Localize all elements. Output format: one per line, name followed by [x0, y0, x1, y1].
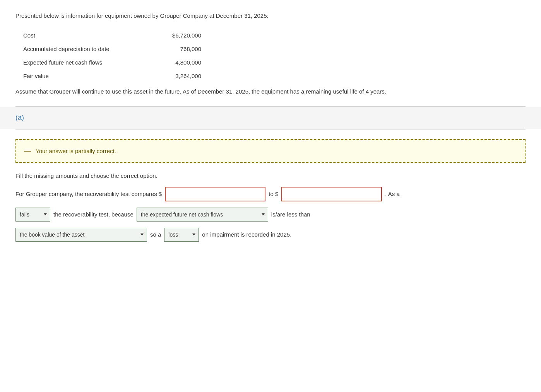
- so-a-label: so a: [150, 231, 161, 238]
- cost-label: Cost: [23, 32, 155, 39]
- section-divider-2: [15, 129, 526, 130]
- input-field-2[interactable]: [281, 187, 382, 201]
- comparison-item-dropdown[interactable]: the expected future net cash flows the f…: [137, 208, 268, 222]
- question-suffix: . As a: [385, 191, 400, 197]
- book-value-dropdown[interactable]: the book value of the asset the fair val…: [15, 228, 147, 242]
- fair-value-label: Fair value: [23, 73, 155, 79]
- fill-instruction: Fill the missing amounts and choose the …: [15, 172, 526, 179]
- question-row-2: fails passes the recoverability test, be…: [15, 208, 526, 222]
- accum-dep-value: 768,000: [155, 46, 201, 52]
- table-row: Fair value 3,264,000: [23, 73, 526, 79]
- input-field-1[interactable]: [165, 187, 265, 201]
- data-table: Cost $6,720,000 Accumulated depreciation…: [15, 32, 526, 79]
- assume-text: Assume that Grouper will continue to use…: [15, 87, 526, 96]
- expected-cf-label: Expected future net cash flows: [23, 59, 155, 66]
- partial-correct-box: — Your answer is partially correct.: [15, 139, 526, 163]
- question-row-3: the book value of the asset the fair val…: [15, 228, 526, 242]
- partial-correct-text: Your answer is partially correct.: [36, 148, 116, 154]
- expected-cf-value: 4,800,000: [155, 59, 201, 66]
- on-impairment-label: on impairment is recorded in 2025.: [202, 231, 291, 238]
- minus-icon: —: [24, 147, 31, 155]
- answer-section: — Your answer is partially correct. Fill…: [15, 139, 526, 242]
- fair-value-value: 3,264,000: [155, 73, 201, 79]
- table-row: Cost $6,720,000: [23, 32, 526, 39]
- part-header: (a): [0, 107, 541, 129]
- question-middle: to $: [269, 191, 278, 197]
- recoverability-label: the recoverability test, because: [53, 211, 134, 218]
- table-row: Expected future net cash flows 4,800,000: [23, 59, 526, 66]
- intro-text: Presented below is information for equip…: [15, 12, 526, 20]
- test-result-dropdown[interactable]: fails passes: [15, 208, 50, 222]
- cost-value: $6,720,000: [155, 32, 201, 39]
- part-label: (a): [15, 114, 24, 121]
- accum-dep-label: Accumulated depreciation to date: [23, 46, 155, 52]
- is-are-less-than-label: is/are less than: [271, 211, 310, 218]
- table-row: Accumulated depreciation to date 768,000: [23, 46, 526, 52]
- question-prefix: For Grouper company, the recoverability …: [15, 191, 162, 197]
- question-row-1: For Grouper company, the recoverability …: [15, 187, 526, 201]
- loss-gain-dropdown[interactable]: loss gain: [164, 228, 199, 242]
